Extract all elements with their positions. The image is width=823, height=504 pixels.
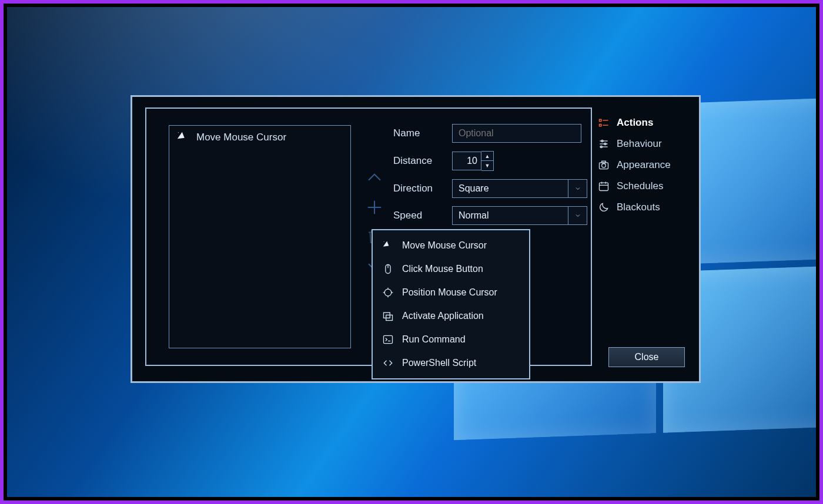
svg-rect-15	[600, 183, 608, 190]
menu-item-activate-application[interactable]: Activate Application	[373, 304, 529, 328]
sidebar-item-blackouts[interactable]: Blackouts	[597, 197, 685, 218]
sidebar-item-label: Behaviour	[617, 138, 662, 150]
sidebar-item-label: Blackouts	[617, 201, 660, 213]
mouse-icon	[382, 263, 394, 275]
sidebar-item-label: Appearance	[617, 159, 671, 171]
outer-frame: Move Mouse Cursor	[0, 0, 823, 504]
add-action-menu: Move Mouse Cursor Click Mouse Button Pos…	[372, 229, 530, 379]
sidebar-item-schedules[interactable]: Schedules	[597, 176, 685, 197]
distance-value[interactable]	[452, 152, 481, 170]
sidebar-nav: Actions Behaviour Appearance Schedules B…	[597, 112, 685, 218]
move-up-button[interactable]	[364, 167, 385, 189]
menu-item-label: Activate Application	[402, 311, 484, 321]
close-button[interactable]: Close	[608, 347, 685, 367]
action-list-item[interactable]: Move Mouse Cursor	[169, 126, 350, 149]
menu-item-label: Click Mouse Button	[402, 264, 483, 274]
menu-item-move-mouse-cursor[interactable]: Move Mouse Cursor	[373, 234, 529, 257]
chevron-down-icon[interactable]	[568, 206, 587, 225]
spinner-up-icon[interactable]: ▲	[481, 152, 493, 161]
speed-combo[interactable]: Normal	[452, 206, 587, 225]
target-icon	[382, 287, 394, 298]
direction-label: Direction	[393, 183, 446, 194]
svg-rect-2	[600, 119, 601, 121]
sidebar-item-actions[interactable]: Actions	[597, 112, 685, 133]
chevron-down-icon[interactable]	[568, 179, 587, 198]
terminal-icon	[382, 334, 394, 345]
sidebar-item-label: Actions	[617, 117, 653, 129]
distance-label: Distance	[393, 155, 446, 167]
moon-icon	[598, 201, 610, 213]
svg-point-21	[384, 289, 392, 296]
action-list-item-label: Move Mouse Cursor	[196, 132, 286, 143]
cursor-icon	[382, 240, 394, 251]
add-button[interactable]	[364, 197, 385, 218]
sidebar-item-label: Schedules	[617, 180, 663, 192]
menu-item-click-mouse-button[interactable]: Click Mouse Button	[373, 257, 529, 281]
menu-item-label: Run Command	[402, 334, 466, 345]
menu-item-label: PowerShell Script	[402, 358, 476, 368]
direction-combo[interactable]: Square	[452, 179, 587, 198]
name-label: Name	[393, 127, 446, 139]
code-icon	[382, 357, 394, 369]
camera-icon	[598, 159, 610, 171]
menu-item-position-mouse-cursor[interactable]: Position Mouse Cursor	[373, 281, 529, 304]
desktop-wallpaper: Move Mouse Cursor	[7, 7, 816, 497]
svg-rect-3	[600, 125, 601, 126]
svg-rect-28	[384, 335, 393, 343]
sliders-icon	[598, 138, 610, 150]
menu-item-powershell-script[interactable]: PowerShell Script	[373, 351, 529, 375]
cursor-icon	[178, 132, 189, 143]
close-button-label: Close	[635, 352, 659, 362]
direction-value: Square	[452, 179, 568, 198]
sidebar-item-behaviour[interactable]: Behaviour	[597, 133, 685, 154]
window-icon	[382, 310, 394, 322]
spinner-down-icon[interactable]: ▼	[481, 161, 493, 170]
distance-spinner[interactable]: ▲ ▼	[452, 151, 494, 171]
action-list[interactable]: Move Mouse Cursor	[169, 125, 351, 348]
menu-item-run-command[interactable]: Run Command	[373, 328, 529, 351]
list-icon	[598, 117, 610, 129]
menu-item-label: Position Mouse Cursor	[402, 287, 497, 298]
svg-point-13	[602, 164, 606, 168]
speed-label: Speed	[393, 210, 446, 221]
calendar-icon	[598, 180, 610, 192]
svg-rect-14	[602, 161, 606, 163]
menu-item-label: Move Mouse Cursor	[402, 240, 487, 251]
sidebar-item-appearance[interactable]: Appearance	[597, 154, 685, 176]
name-input[interactable]	[452, 124, 581, 143]
speed-value: Normal	[452, 206, 568, 225]
